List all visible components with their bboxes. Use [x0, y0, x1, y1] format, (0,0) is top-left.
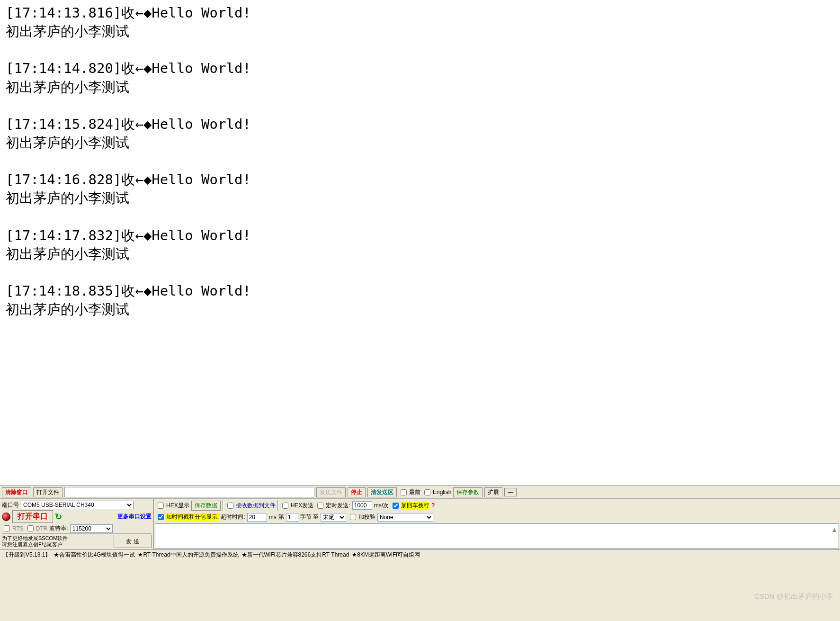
ad-4[interactable]: ★8KM远距离WiFi可自组网 [352, 551, 420, 559]
more-settings-link[interactable]: 更多串口设置 [117, 513, 152, 521]
add-check-check[interactable]: 加校验 [348, 513, 375, 522]
save-data-button[interactable]: 保存数据 [191, 501, 221, 511]
minimize-button[interactable]: — [504, 488, 517, 496]
ms-label: ms [269, 514, 277, 521]
stop-button[interactable]: 停止 [348, 487, 366, 497]
timeout-label: 超时时间: [221, 513, 245, 521]
send-textarea[interactable]: ▲ [155, 523, 839, 549]
donate-line2: 请您注册嘉立创F结尾客户 [2, 541, 68, 548]
most-front-check[interactable]: 最前 [399, 488, 420, 497]
baud-label: 波特率: [49, 524, 68, 532]
hex-display-check[interactable]: HEX显示 [156, 501, 189, 510]
nth-label: 第 [278, 513, 284, 521]
timeout-input[interactable] [247, 513, 267, 522]
nth-input[interactable] [286, 513, 298, 522]
record-icon [2, 513, 10, 521]
expand-button[interactable]: 扩展 [484, 487, 502, 497]
open-port-button[interactable]: 打开串口 [12, 510, 53, 523]
interval-unit: ms/次 [374, 502, 389, 510]
tail-select[interactable]: 末尾 [321, 513, 346, 522]
port-label: 端口号 [2, 501, 19, 509]
dtr-check[interactable]: DTR [26, 524, 48, 533]
file-path-input[interactable] [64, 487, 314, 497]
check-type-select[interactable]: None [377, 513, 433, 522]
open-file-button[interactable]: 打开文件 [33, 487, 63, 497]
serial-output: [17:14:13.816]收←◆Hello World! 初出茅庐的小李测试 … [0, 0, 840, 486]
interval-input[interactable] [352, 501, 372, 510]
upgrade-link[interactable]: 【升级到V5.13.1】 [3, 551, 51, 559]
ad-3[interactable]: ★新一代WiFi芯片兼容8266支持RT-Thread [241, 551, 349, 559]
refresh-icon[interactable]: ↻ [55, 512, 62, 522]
baud-select[interactable]: 115200 [70, 524, 113, 533]
help-icon[interactable]: ? [431, 502, 435, 509]
english-check[interactable]: English [422, 488, 451, 497]
port-select[interactable]: COM5 USB-SERIAL CH340 [21, 501, 134, 509]
send-file-button[interactable]: 发送文件 [316, 487, 346, 497]
ad-2[interactable]: ★RT-Thread中国人的开源免费操作系统 [138, 551, 238, 559]
add-crlf-check[interactable]: 加回车换行 [391, 501, 429, 510]
ad-1[interactable]: ★合宙高性价比4G模块值得一试 [54, 551, 135, 559]
clear-window-button[interactable]: 清除窗口 [2, 487, 31, 497]
timed-send-check[interactable]: 定时发送: [315, 501, 350, 510]
donate-line1: 为了更好地发展SSCOM软件 [2, 535, 68, 541]
send-button[interactable]: 发 送 [114, 535, 152, 548]
recv-to-file-check[interactable]: 接收数据到文件 [225, 501, 276, 510]
byte-to-label: 字节 至 [300, 513, 319, 521]
clear-send-button[interactable]: 清发送区 [367, 487, 397, 497]
save-params-button[interactable]: 保存参数 [453, 487, 483, 497]
hex-send-check[interactable]: HEX发送 [280, 501, 314, 510]
scroll-up-icon[interactable]: ▲ [831, 526, 838, 533]
timestamp-check[interactable]: 加时间戳和分包显示, [156, 513, 219, 522]
rts-check[interactable]: RTS [2, 524, 24, 533]
